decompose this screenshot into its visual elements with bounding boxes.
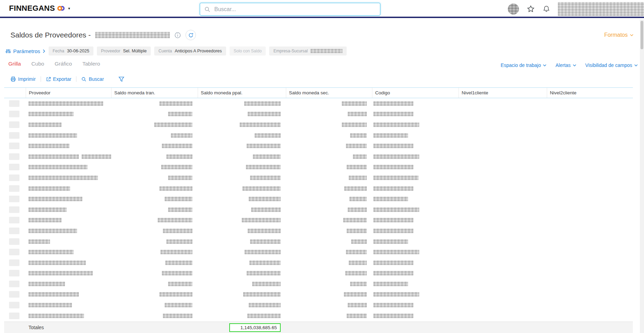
column-header-1[interactable]: Saldo moneda tran.	[111, 88, 198, 98]
tab-grilla[interactable]: Grilla	[8, 61, 21, 67]
table-row[interactable]	[4, 279, 633, 289]
row-selector[interactable]	[9, 153, 19, 160]
filter-funnel-icon[interactable]	[118, 76, 124, 82]
row-select-cell	[4, 196, 26, 202]
param-chip-solo-con-saldo[interactable]: Solo con Saldo	[230, 46, 266, 56]
chevron-down-icon	[573, 64, 576, 67]
row-selector[interactable]	[9, 313, 19, 319]
table-row[interactable]	[4, 236, 633, 247]
row-selector[interactable]	[9, 121, 19, 128]
row-selector[interactable]	[9, 132, 19, 139]
table-row[interactable]	[4, 130, 633, 141]
parameters-link[interactable]: Parámetros	[6, 48, 45, 54]
table-row[interactable]	[4, 225, 633, 236]
row-selector[interactable]	[9, 249, 19, 255]
cell-codigo	[372, 176, 459, 180]
table-row[interactable]	[4, 98, 633, 109]
cell-codigo	[372, 112, 459, 116]
tab-tablero[interactable]: Tablero	[82, 61, 100, 67]
scrollbar-thumb[interactable]	[641, 21, 643, 49]
brand-caret-icon[interactable]: ▾	[68, 6, 70, 11]
search-input[interactable]	[214, 6, 376, 13]
search-icon	[81, 77, 86, 82]
tab-grafico[interactable]: Gráfico	[55, 61, 72, 67]
table-row[interactable]	[4, 204, 633, 215]
row-selector[interactable]	[9, 196, 19, 202]
table-row[interactable]	[4, 268, 633, 279]
row-selector[interactable]	[9, 238, 19, 245]
cell-saldo-moneda-sec	[286, 292, 372, 297]
table-row[interactable]	[4, 247, 633, 257]
workspace-dropdown[interactable]: Espacio de trabajo	[501, 62, 546, 68]
column-header-3[interactable]: Saldo moneda sec.	[286, 88, 372, 98]
row-selector[interactable]	[9, 228, 19, 234]
param-chip-fecha[interactable]: Fecha 30-06-2025	[49, 46, 93, 56]
row-selector[interactable]	[9, 270, 19, 276]
print-button[interactable]: Imprimir	[10, 76, 36, 82]
table-row[interactable]	[4, 172, 633, 183]
redacted-amount	[162, 144, 192, 148]
row-selector[interactable]	[9, 217, 19, 223]
row-selector[interactable]	[9, 174, 19, 181]
cell-codigo	[372, 133, 459, 138]
grid-search-button[interactable]: Buscar	[81, 76, 104, 82]
table-row[interactable]	[4, 215, 633, 226]
tab-cubo[interactable]: Cubo	[31, 61, 44, 67]
param-chip-proveedor[interactable]: Proveedor Sel. Múltiple	[97, 46, 151, 56]
row-selector[interactable]	[9, 302, 19, 308]
table-row[interactable]	[4, 183, 633, 194]
row-selector[interactable]	[9, 206, 19, 213]
table-row[interactable]	[4, 162, 633, 173]
table-row[interactable]	[4, 151, 633, 162]
cell-saldo-moneda-tran	[111, 144, 198, 148]
redacted-app-icon[interactable]	[508, 3, 519, 15]
row-selector[interactable]	[9, 291, 19, 298]
table-row[interactable]	[4, 257, 633, 268]
table-row[interactable]	[4, 310, 633, 321]
cell-saldo-moneda-ppal	[198, 271, 286, 275]
parameters-row: Parámetros Fecha 30-06-2025 Proveedor Se…	[6, 46, 644, 56]
refresh-button[interactable]	[185, 30, 196, 40]
brand-menu[interactable]: FINNEGANS ▾	[0, 4, 70, 13]
table-row[interactable]	[4, 109, 633, 120]
redacted-amount	[247, 144, 281, 148]
row-selector[interactable]	[9, 259, 19, 266]
table-row[interactable]	[4, 194, 633, 204]
field-visibility-dropdown[interactable]: Visibilidad de campos	[585, 62, 638, 68]
table-row[interactable]	[4, 289, 633, 300]
row-selector[interactable]	[9, 281, 19, 287]
redacted-codigo	[373, 261, 413, 265]
vertical-scrollbar[interactable]	[640, 19, 644, 333]
redacted-amount	[246, 165, 281, 169]
formats-dropdown[interactable]: Formatos	[604, 32, 634, 38]
export-button[interactable]: Exportar	[46, 76, 72, 82]
row-selector[interactable]	[9, 100, 19, 107]
table-row[interactable]	[4, 300, 633, 310]
column-header-4[interactable]: Codigo	[372, 88, 459, 98]
column-header-6[interactable]: Nivel2cliente	[547, 88, 633, 98]
cell-proveedor	[26, 218, 111, 222]
redacted-amount	[346, 250, 367, 254]
table-body	[4, 98, 633, 321]
notifications-bell-icon[interactable]	[543, 5, 550, 13]
param-chip-cuenta[interactable]: Cuenta Anticipos A Proveedores	[154, 46, 226, 56]
alerts-dropdown[interactable]: Alertas	[555, 62, 576, 68]
redacted-user-account[interactable]	[558, 2, 644, 16]
export-icon	[46, 77, 51, 82]
table-row[interactable]	[4, 140, 633, 151]
table-row[interactable]	[4, 119, 633, 130]
redacted-amount	[163, 314, 192, 318]
cell-saldo-moneda-tran	[111, 239, 198, 244]
redacted-proveedor-text	[28, 250, 74, 254]
column-header-5[interactable]: Nivel1cliente	[459, 88, 547, 98]
param-chip-empresa-sucursal[interactable]: Empresa-Sucursal	[269, 46, 347, 56]
column-header-2[interactable]: Saldo moneda ppal.	[198, 88, 286, 98]
row-selector[interactable]	[9, 164, 19, 170]
row-selector[interactable]	[9, 185, 19, 192]
column-header-0[interactable]: Proveedor	[26, 88, 111, 98]
cell-saldo-moneda-ppal	[198, 197, 286, 201]
info-icon[interactable]	[174, 32, 181, 39]
row-selector[interactable]	[9, 111, 19, 117]
favorite-star-icon[interactable]	[527, 5, 535, 13]
row-selector[interactable]	[9, 143, 19, 149]
